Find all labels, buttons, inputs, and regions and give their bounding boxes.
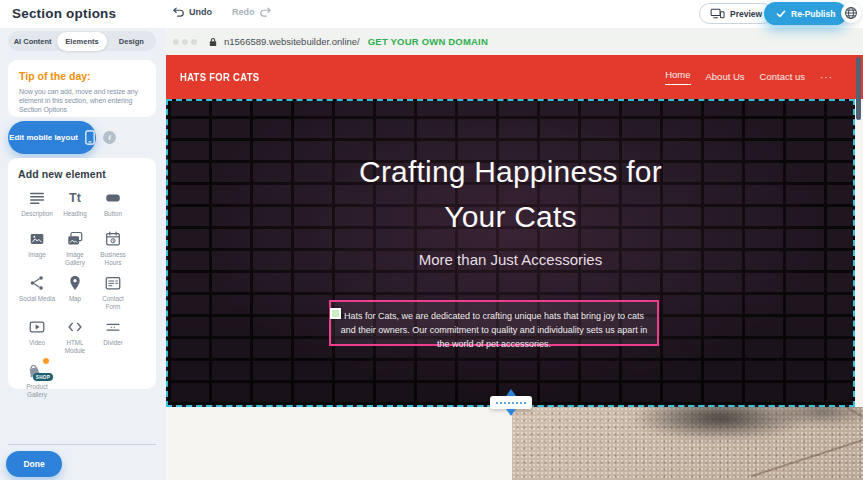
canvas-scrollbar-thumb[interactable]: [856, 57, 861, 120]
shop-badge: SHOP: [33, 373, 53, 381]
add-element-title: Add new element: [18, 168, 148, 180]
element-label: Image: [28, 251, 46, 259]
resize-arrow-up-icon: [506, 389, 516, 396]
site-logo[interactable]: HATS FOR CATS: [180, 71, 259, 83]
business-hours-icon: [104, 229, 122, 248]
map-pin-icon: [66, 273, 84, 292]
element-item-video[interactable]: Video: [18, 317, 56, 354]
site-header[interactable]: HATS FOR CATS Home About Us Contact us ·…: [166, 55, 863, 99]
sidebar: AI Content Elements Design Tip of the da…: [0, 28, 166, 480]
element-label: Business Hours: [94, 251, 132, 266]
site-preview-canvas: n1566589.websitebuilder.online/ GET YOUR…: [166, 28, 863, 480]
nav-item-home[interactable]: Home: [665, 69, 690, 85]
element-label: Contact Form: [94, 295, 132, 310]
element-label: Video: [29, 339, 45, 347]
sand-texture-image: [512, 407, 863, 480]
heading-icon: Tt: [69, 188, 81, 207]
notification-dot: [42, 357, 50, 365]
nav-item-contact[interactable]: Contact us: [760, 71, 805, 84]
element-drag-handle[interactable]: [330, 308, 341, 319]
element-item-image-gallery[interactable]: Image Gallery: [56, 229, 94, 266]
element-label: Description: [21, 210, 53, 218]
element-label: Button: [104, 210, 122, 218]
product-gallery-icon: SHOP: [25, 361, 49, 380]
tab-design[interactable]: Design: [107, 32, 156, 51]
undo-button[interactable]: Undo: [172, 7, 212, 17]
site-url: n1566589.websitebuilder.online/: [224, 36, 360, 47]
get-domain-link[interactable]: GET YOUR OWN DOMAIN: [368, 36, 488, 47]
element-item-contact-form[interactable]: Contact Form: [94, 273, 132, 310]
tab-elements[interactable]: Elements: [57, 32, 106, 51]
contact-form-icon: [104, 273, 122, 292]
element-label: Heading: [63, 210, 86, 218]
element-item-heading[interactable]: Tt Heading: [56, 188, 94, 222]
tab-ai-content[interactable]: AI Content: [8, 32, 57, 51]
preview-label: Preview: [730, 9, 762, 19]
sidebar-tabs: AI Content Elements Design: [8, 31, 156, 51]
element-item-divider[interactable]: Divider: [94, 317, 132, 354]
window-dot: [182, 39, 188, 45]
window-dot: [191, 39, 197, 45]
element-item-map[interactable]: Map: [56, 273, 94, 310]
social-media-icon: [28, 273, 46, 292]
element-label: Product Gallery: [18, 383, 56, 398]
element-item-html-module[interactable]: HTML Module: [56, 317, 94, 354]
edit-mobile-label: Edit mobile layout: [9, 133, 78, 142]
image-gallery-icon: [66, 229, 84, 248]
hero-text-element-selected[interactable]: Hats for Cats, we are dedicated to craft…: [329, 300, 659, 346]
tip-body: Now you can add, move and resize any ele…: [19, 87, 145, 114]
section-resize-handle[interactable]: [490, 396, 532, 409]
undo-icon: [172, 7, 185, 17]
preview-button[interactable]: Preview: [699, 3, 773, 24]
divider-icon: [104, 317, 122, 336]
republish-label: Re-Publish: [791, 9, 835, 19]
hero-section[interactable]: Crafting Happiness for Your Cats More th…: [166, 99, 855, 407]
add-new-element-panel: Add new element Description Tt Heading: [8, 158, 156, 389]
element-item-image[interactable]: Image: [18, 229, 56, 266]
history-controls: Undo Redo: [172, 7, 272, 17]
globe-icon: [844, 6, 858, 20]
language-globe-button[interactable]: [841, 3, 861, 23]
site-nav: Home About Us Contact us ···: [665, 69, 833, 85]
check-icon: [776, 10, 786, 18]
element-item-button[interactable]: Button: [94, 188, 132, 222]
element-item-product-gallery[interactable]: SHOP Product Gallery: [18, 361, 56, 398]
html-code-icon: [66, 317, 84, 336]
element-label: Map: [69, 295, 81, 303]
lock-icon: [209, 37, 217, 47]
element-label: Image Gallery: [56, 251, 94, 266]
element-item-business-hours[interactable]: Business Hours: [94, 229, 132, 266]
nav-more-menu[interactable]: ···: [820, 72, 833, 83]
element-item-social-media[interactable]: Social Media: [18, 273, 56, 310]
republish-button[interactable]: Re-Publish: [764, 2, 847, 25]
sidebar-divider: [8, 444, 156, 445]
phone-icon: [85, 130, 95, 145]
undo-label: Undo: [189, 7, 212, 17]
builder-window: Section options Undo Redo Preview: [0, 0, 863, 480]
tip-of-the-day-card: Tip of the day: Now you can add, move an…: [8, 60, 156, 117]
redo-button[interactable]: Redo: [232, 7, 272, 17]
info-icon[interactable]: [103, 131, 116, 144]
edit-mobile-layout-button[interactable]: Edit mobile layout: [8, 121, 96, 154]
hero-subheading[interactable]: More than Just Accessories: [168, 251, 853, 268]
tip-title: Tip of the day:: [19, 70, 145, 82]
element-grid: Description Tt Heading Button: [18, 188, 148, 398]
devices-icon: [710, 8, 725, 19]
done-button[interactable]: Done: [6, 451, 62, 477]
next-section[interactable]: [166, 407, 863, 480]
top-toolbar: Section options Undo Redo Preview: [0, 0, 863, 28]
hero-heading[interactable]: Crafting Happiness for Your Cats: [346, 149, 676, 239]
element-item-description[interactable]: Description: [18, 188, 56, 222]
element-label: HTML Module: [56, 339, 94, 354]
shadow-shape: [767, 407, 863, 427]
resize-dots-icon: [496, 402, 526, 404]
nav-item-about[interactable]: About Us: [706, 71, 745, 84]
window-dot: [173, 39, 179, 45]
element-label: Social Media: [19, 295, 55, 303]
page-title: Section options: [12, 6, 116, 21]
image-icon: [28, 229, 46, 248]
element-label: Divider: [103, 339, 123, 347]
button-icon: [104, 188, 122, 207]
resize-arrow-down-icon: [506, 409, 516, 416]
hero-body-text: Hats for Cats, we are dedicated to craft…: [341, 311, 648, 349]
